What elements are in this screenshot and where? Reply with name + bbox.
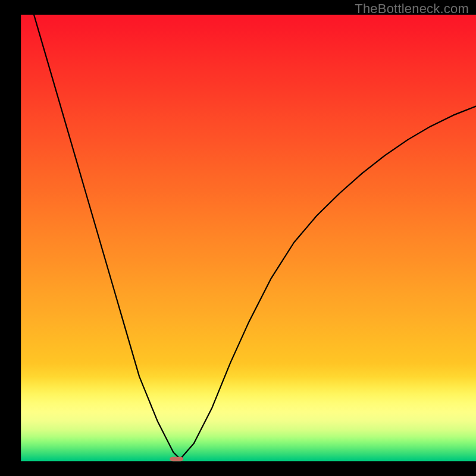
watermark-text: TheBottleneck.com bbox=[355, 1, 469, 17]
optimal-zone-marker bbox=[170, 457, 183, 462]
chart-canvas: TheBottleneck.com bbox=[0, 0, 476, 476]
chart-plot-area bbox=[21, 15, 476, 461]
chart-svg bbox=[0, 0, 476, 476]
